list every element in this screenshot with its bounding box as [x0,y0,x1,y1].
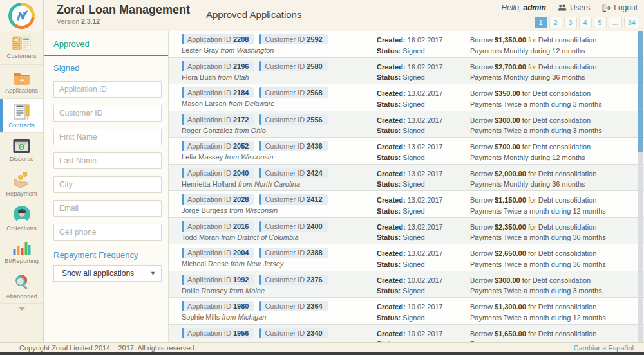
borrow-column: Borrow $1,300.00 for Debt consolidation … [470,301,635,324]
pagination-page-1[interactable]: 1 [535,17,547,28]
customer-id-badge: Customer ID 2340 [259,328,327,338]
application-row[interactable]: Application ID 2196 Customer ID 2580 Flo… [169,58,644,85]
payments-detail: Twice a month during 36 months [504,260,606,268]
pagination-page-...[interactable]: ... [609,17,622,28]
pagination-page-3[interactable]: 3 [564,17,577,28]
customer-id-badge: Customer ID 2412 [259,194,327,205]
borrow-purpose: Debt consolidation [538,63,597,71]
application-row[interactable]: Application ID 1956 Customer ID 2340 Cre… [169,325,644,343]
customer-name: Lester Gray [182,46,218,54]
customer-name: Lelia Massey [182,153,223,161]
application-id-badge: Application ID 2040 [182,168,254,178]
language-switch-link[interactable]: Cambiar a Español [573,344,634,352]
application-id-value: 2172 [233,116,249,123]
borrow-amount: $1,150.00 [495,196,526,204]
customer-origin: from North Carolina [238,180,300,188]
sidebar-item-abandoned[interactable]: Abandoned [0,269,43,304]
created-status-column: Created: 13.02.2017 Status: Signed [377,114,470,138]
scrollbar-thumb[interactable] [638,31,643,152]
tab-signed[interactable]: Signed [53,63,168,73]
greeting-text: Hello, admin [502,3,546,12]
customer-id-value: 2340 [307,329,322,337]
customer-name: Henrietta Holland [182,180,236,188]
customer-name: Todd Moran [182,233,219,241]
customer-origin: from Utah [218,73,249,81]
application-row[interactable]: Application ID 2208 Customer ID 2592 Les… [169,31,644,58]
customer-origin: from Wisconsin [229,206,278,214]
last-name-input[interactable] [53,152,162,169]
customer-id-value: 2388 [307,249,322,257]
application-id-value: 2208 [233,35,249,43]
customer-id-input[interactable] [53,105,162,122]
application-row[interactable]: Application ID 1992 Customer ID 2376 Dol… [169,271,644,298]
sidebar-item-repayment[interactable]: Repayment [0,167,43,201]
application-row[interactable]: Application ID 2004 Customer ID 2388 Mic… [169,244,644,271]
created-date: 13.02.2017 [408,250,443,257]
sidebar-item-contracts[interactable]: Contracts [0,99,43,133]
tab-approved[interactable]: Approved [53,39,168,49]
payments-detail: Monthly during 12 months [504,47,585,55]
customer-id-badge: Customer ID 2580 [259,61,327,71]
sidebar-scroll-down[interactable] [0,304,43,314]
customer-id-value: 2424 [307,169,322,177]
application-row[interactable]: Application ID 2184 Customer ID 2568 Mas… [169,84,644,111]
application-id-input[interactable] [53,81,162,98]
payments-detail: Monthly during 36 months [504,180,585,188]
application-row[interactable]: Application ID 1980 Customer ID 2364 Sop… [169,298,644,325]
pagination-page-4[interactable]: 4 [579,17,592,28]
users-menu-item[interactable]: Users [558,3,590,12]
customer-id-badge: Customer ID 2400 [259,221,327,232]
sidebar-label: Abandoned [6,293,37,300]
created-status-column: Created: 10.02.2017 Status: [377,328,470,343]
borrow-purpose: Debt consolidation [538,223,597,231]
email-input[interactable] [53,200,162,217]
pagination-page-34[interactable]: 34 [624,17,639,28]
customer-origin: from Michigan [222,313,266,321]
borrow-purpose: Debt consolidation [538,196,597,204]
sidebar-label: BI/Reporting [5,257,39,264]
repayment-icon [12,172,31,188]
application-id-value: 2028 [233,196,249,203]
sidebar-item-disburse[interactable]: $ Disburse [0,133,43,167]
customer-id-badge: Customer ID 2556 [259,114,327,125]
borrow-amount: $1,350.00 [495,36,526,44]
svg-text:$: $ [20,144,23,150]
application-id-badge: Application ID 2016 [182,221,254,232]
borrow-amount: $1,650.00 [495,330,526,338]
borrow-column: Borrow $300.00 for Debt consolidation Pa… [470,275,635,298]
app-title: Zoral Loan Management [57,3,190,17]
created-status-column: Created: 16.02.2017 Status: Signed [377,34,470,57]
application-row[interactable]: Application ID 2172 Customer ID 2556 Rog… [169,111,644,138]
borrow-amount: $1,300.00 [495,303,526,311]
app-version: Version 2.3.12 [57,17,190,25]
status-value: Signed [402,287,424,295]
first-name-input[interactable] [53,129,162,145]
customer-name-line: Jorge Burgess from Wisconsin [182,206,377,214]
customer-name-line: Micheal Reese from New Jersey [182,260,377,268]
list-scrollbar[interactable] [638,31,643,342]
application-id-badge: Application ID 2172 [182,114,254,125]
pagination-page-2[interactable]: 2 [549,17,562,28]
customer-origin: from Ohio [235,127,266,134]
sidebar-item-applications[interactable]: Applications [0,65,43,99]
sidebar-label: Collections [6,224,36,232]
application-row[interactable]: Application ID 2040 Customer ID 2424 Hen… [169,165,644,192]
cell-phone-input[interactable] [53,224,162,241]
application-row[interactable]: Application ID 2028 Customer ID 2412 Jor… [169,191,644,218]
sidebar-item-collections[interactable]: Collections [0,201,43,235]
borrow-purpose: Debt consolidation [538,330,597,338]
sidebar-item-bi-reporting[interactable]: BI/Reporting [0,235,43,269]
application-id-badge: Application ID 1956 [182,328,254,338]
sidebar-item-customers[interactable]: Customers [0,31,43,65]
created-status-column: Created: 13.02.2017 Status: Signed [377,194,470,217]
status-value: Signed [402,154,424,161]
application-row[interactable]: Application ID 2016 Customer ID 2400 Tod… [169,218,644,245]
logout-menu-item[interactable]: Logout [601,3,638,12]
repayment-frequency-select[interactable]: Show all applications ▼ [53,265,162,282]
application-row[interactable]: Application ID 2052 Customer ID 2436 Lel… [169,138,644,165]
page-title: Approved Applications [206,9,301,20]
pagination-page-5[interactable]: 5 [594,17,607,28]
customer-name-line: Todd Moran from District of Columbia [182,233,377,241]
city-input[interactable] [53,176,162,193]
payments-detail: Monthly during 12 months [504,154,585,161]
